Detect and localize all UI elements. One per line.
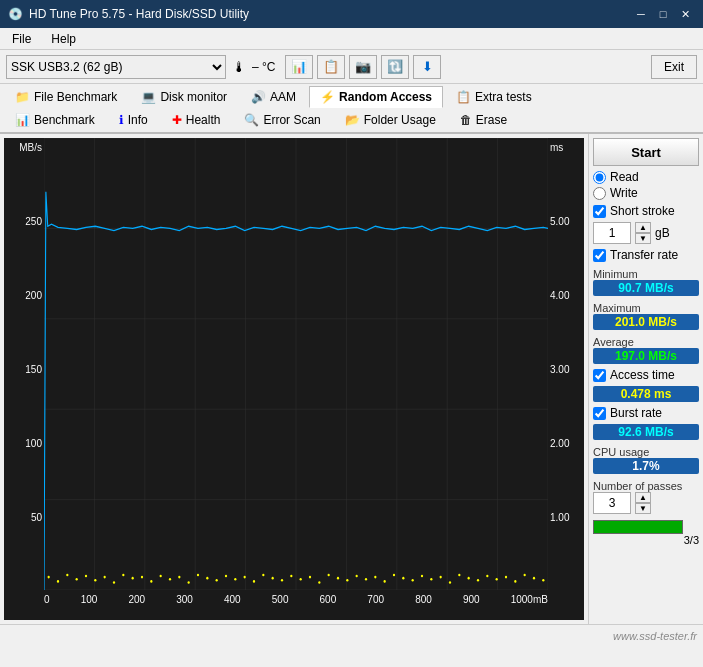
- svg-point-45: [309, 576, 311, 579]
- svg-point-58: [430, 578, 432, 581]
- minimum-stat: Minimum 90.7 MB/s: [593, 266, 699, 296]
- main-content: MB/s 250 200 150 100 50 ms 5.00 4.00 3.0…: [0, 134, 703, 624]
- chart-svg: [44, 138, 548, 590]
- short-stroke-value-input[interactable]: [593, 222, 631, 244]
- burst-rate-input[interactable]: [593, 407, 606, 420]
- svg-point-30: [169, 578, 171, 581]
- maximize-button[interactable]: □: [653, 5, 673, 23]
- progress-label: 3/3: [593, 534, 699, 546]
- burst-rate-checkbox[interactable]: Burst rate: [593, 406, 699, 420]
- tabs-row-1: 📁 File Benchmark 💻 Disk monitor 🔊 AAM ⚡ …: [4, 86, 699, 108]
- svg-point-23: [104, 576, 106, 579]
- status-bar: www.ssd-tester.fr: [0, 624, 703, 646]
- svg-point-19: [66, 574, 68, 577]
- toolbar-btn-camera[interactable]: 📷: [349, 55, 377, 79]
- folder-usage-icon: 📂: [345, 113, 360, 127]
- erase-icon: 🗑: [460, 113, 472, 127]
- svg-point-53: [384, 580, 386, 583]
- tab-health[interactable]: ✚ Health: [161, 109, 232, 131]
- access-time-value: 0.478 ms: [593, 386, 699, 402]
- short-stroke-checkbox[interactable]: Short stroke: [593, 204, 699, 218]
- progress-bar-inner: [594, 521, 682, 533]
- svg-point-37: [234, 578, 236, 581]
- y-label-ms: ms: [550, 142, 563, 153]
- passes-up-button[interactable]: ▲: [635, 492, 651, 503]
- svg-point-63: [477, 579, 479, 582]
- svg-point-46: [318, 581, 320, 584]
- short-stroke-input[interactable]: [593, 205, 606, 218]
- tab-info[interactable]: ℹ Info: [108, 109, 159, 131]
- toolbar-btn-list[interactable]: 📋: [317, 55, 345, 79]
- transfer-rate-input[interactable]: [593, 249, 606, 262]
- svg-point-44: [300, 578, 302, 581]
- file-benchmark-icon: 📁: [15, 90, 30, 104]
- app-icon: 💿: [8, 7, 23, 21]
- tabs-container: 📁 File Benchmark 💻 Disk monitor 🔊 AAM ⚡ …: [0, 84, 703, 134]
- average-value: 197.0 MB/s: [593, 348, 699, 364]
- maximum-value: 201.0 MB/s: [593, 314, 699, 330]
- svg-point-54: [393, 574, 395, 577]
- svg-point-20: [76, 578, 78, 581]
- svg-point-18: [57, 580, 59, 583]
- radio-write-input[interactable]: [593, 187, 606, 200]
- svg-point-64: [486, 575, 488, 578]
- access-time-checkbox[interactable]: Access time: [593, 368, 699, 382]
- svg-point-66: [505, 576, 507, 579]
- extra-tests-icon: 📋: [456, 90, 471, 104]
- spinner-down-button[interactable]: ▼: [635, 233, 651, 244]
- temp-display: – °C: [252, 60, 275, 74]
- tab-erase[interactable]: 🗑 Erase: [449, 109, 518, 131]
- y-axis-right: ms 5.00 4.00 3.00 2.00 1.00: [548, 138, 584, 590]
- svg-point-24: [113, 581, 115, 584]
- radio-write[interactable]: Write: [593, 186, 699, 200]
- close-button[interactable]: ✕: [675, 5, 695, 23]
- average-stat: Average 197.0 MB/s: [593, 334, 699, 364]
- svg-point-70: [542, 579, 544, 582]
- spinner-up-button[interactable]: ▲: [635, 222, 651, 233]
- transfer-rate-checkbox[interactable]: Transfer rate: [593, 248, 699, 262]
- svg-point-27: [141, 576, 143, 579]
- svg-point-62: [468, 577, 470, 580]
- tab-folder-usage[interactable]: 📂 Folder Usage: [334, 109, 447, 131]
- x-axis: 0 100 200 300 400 500 600 700 800 900 10…: [44, 590, 548, 620]
- radio-read[interactable]: Read: [593, 170, 699, 184]
- drive-selector[interactable]: SSK USB3.2 (62 gB): [6, 55, 226, 79]
- tab-random-access[interactable]: ⚡ Random Access: [309, 86, 443, 108]
- cpu-usage-value: 1.7%: [593, 458, 699, 474]
- disk-monitor-icon: 💻: [141, 90, 156, 104]
- exit-button[interactable]: Exit: [651, 55, 697, 79]
- menu-file[interactable]: File: [4, 30, 39, 48]
- right-panel: Start Read Write Short stroke ▲ ▼ gB: [588, 134, 703, 624]
- svg-point-42: [281, 579, 283, 582]
- svg-point-50: [356, 575, 358, 578]
- radio-group: Read Write: [593, 170, 699, 200]
- passes-input[interactable]: [593, 492, 631, 514]
- svg-point-36: [225, 575, 227, 578]
- tab-extra-tests[interactable]: 📋 Extra tests: [445, 86, 543, 108]
- tabs-row-2: 📊 Benchmark ℹ Info ✚ Health 🔍 Error Scan…: [4, 109, 699, 131]
- passes-down-button[interactable]: ▼: [635, 503, 651, 514]
- minimize-button[interactable]: ─: [631, 5, 651, 23]
- chart-inner: [44, 138, 548, 590]
- access-time-input[interactable]: [593, 369, 606, 382]
- svg-point-68: [524, 574, 526, 577]
- toolbar-btn-chart[interactable]: 📊: [285, 55, 313, 79]
- toolbar-btn-download[interactable]: ⬇: [413, 55, 441, 79]
- temp-icon: 🌡: [232, 59, 246, 75]
- svg-point-51: [365, 578, 367, 581]
- menu-help[interactable]: Help: [43, 30, 84, 48]
- tab-benchmark[interactable]: 📊 Benchmark: [4, 109, 106, 131]
- tab-file-benchmark[interactable]: 📁 File Benchmark: [4, 86, 128, 108]
- svg-point-56: [412, 579, 414, 582]
- start-button[interactable]: Start: [593, 138, 699, 166]
- tab-aam[interactable]: 🔊 AAM: [240, 86, 307, 108]
- y-axis-left: MB/s 250 200 150 100 50: [4, 138, 44, 590]
- tab-disk-monitor[interactable]: 💻 Disk monitor: [130, 86, 238, 108]
- svg-point-67: [514, 580, 516, 583]
- minimum-value: 90.7 MB/s: [593, 280, 699, 296]
- app-title: HD Tune Pro 5.75 - Hard Disk/SSD Utility: [29, 7, 249, 21]
- toolbar-btn-refresh[interactable]: 🔃: [381, 55, 409, 79]
- svg-point-65: [496, 578, 498, 581]
- tab-error-scan[interactable]: 🔍 Error Scan: [233, 109, 331, 131]
- radio-read-input[interactable]: [593, 171, 606, 184]
